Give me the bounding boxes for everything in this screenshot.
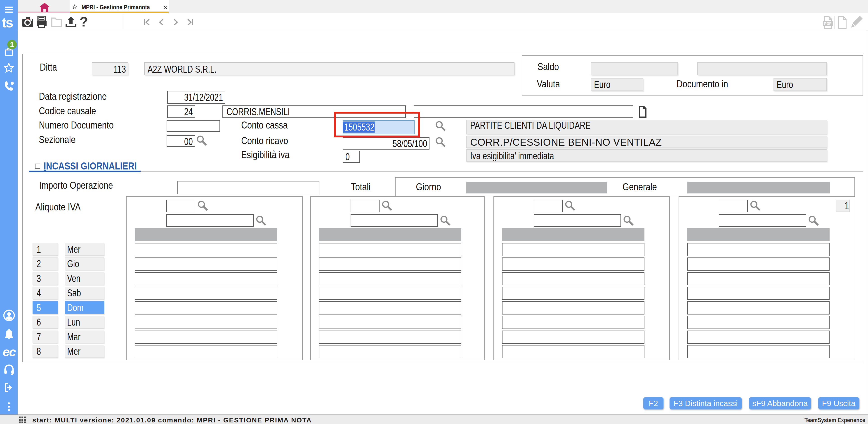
svg-text:PDF: PDF	[824, 22, 831, 26]
